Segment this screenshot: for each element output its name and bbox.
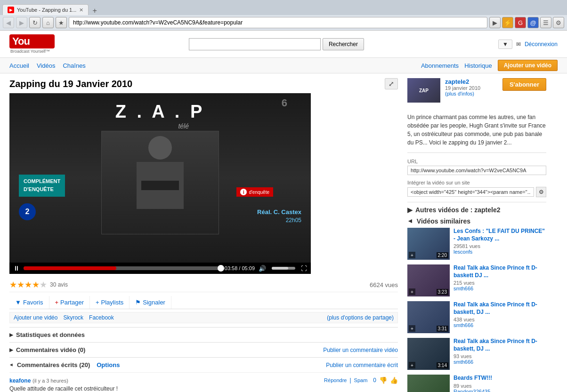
new-tab-button[interactable]: + [89, 7, 100, 15]
mail-icon[interactable]: ✉ [516, 41, 521, 48]
browser-icon-5[interactable]: ⚙ [553, 17, 564, 28]
refresh-button[interactable]: ↻ [29, 17, 40, 28]
progress-bar[interactable] [24, 266, 221, 270]
volume-bar[interactable] [272, 267, 295, 270]
related-views-3: 438 vues [454, 317, 546, 322]
tele-text: télé [178, 122, 189, 130]
spam-link[interactable]: Spam [354, 377, 368, 383]
nav-historique[interactable]: Historique [464, 62, 492, 69]
comment-author[interactable]: keafone [9, 377, 31, 384]
related-title-5[interactable]: Beards FTW!!! [454, 375, 546, 382]
related-thumb-4[interactable]: + 3:14 [407, 338, 450, 370]
play-pause-button[interactable]: ⏸ [13, 264, 20, 272]
browser-icon-3[interactable]: @ [527, 17, 539, 28]
add-to-playlist-3[interactable]: + [409, 325, 415, 332]
deconnexion-link[interactable]: Déconnexion [525, 41, 558, 48]
browser-icon-1[interactable]: ⚡ [502, 17, 513, 28]
other-videos-header[interactable]: ▶ Autres vidéos de : zaptele2 [407, 206, 546, 214]
url-input[interactable] [407, 166, 546, 175]
browser-icon-4[interactable]: ☰ [540, 17, 551, 28]
subscribe-button[interactable]: S'abonner [502, 78, 546, 91]
nav-videos[interactable]: Vidéos [37, 62, 56, 69]
forward-button[interactable]: ▶ [16, 17, 27, 28]
video-comments-toggle[interactable]: ▶ Commentaires vidéo (0) [9, 346, 85, 353]
share-ajouter[interactable]: Ajouter une vidéo [14, 314, 57, 321]
written-comments-label: Commentaires écrits (20) [17, 361, 90, 368]
volume-icon[interactable]: 🔊 [259, 265, 266, 272]
comments-options[interactable]: Options [97, 361, 120, 368]
add-to-playlist-2[interactable]: + [409, 288, 415, 295]
browser-tab[interactable]: ▶ YouTube - Zapping du 1... ✕ [2, 4, 89, 15]
add-to-playlist-1[interactable]: + [409, 252, 415, 258]
related-title-1[interactable]: Les Confs : "LE FAIT DU PRINCE" - Jean S… [454, 228, 546, 242]
time-show: 22h05 [286, 217, 301, 224]
similar-videos-header[interactable]: ▼ Vidéos similaires [407, 217, 546, 225]
logo-you: YouTube [9, 34, 55, 48]
nav-chaines[interactable]: Chaînes [63, 62, 85, 69]
embed-input[interactable] [407, 187, 534, 197]
channel-more-link[interactable]: (plus d'infos) [445, 91, 499, 96]
tab-close-button[interactable]: ✕ [79, 7, 83, 13]
nav-abonnements[interactable]: Abonnements [421, 62, 459, 69]
video-controls: ⏸ 03:58 / 05:09 🔊 ⛶ [9, 263, 311, 274]
search-input[interactable] [189, 38, 321, 50]
nav-accueil[interactable]: Accueil [9, 62, 29, 69]
favoris-button[interactable]: ▼ Favoris [9, 296, 49, 309]
back-button[interactable]: ◀ [3, 17, 14, 28]
share-skyrock[interactable]: Skyrock [63, 314, 83, 321]
add-video-button[interactable]: Ajouter une vidéo [498, 60, 558, 71]
related-thumb-2[interactable]: + 3:23 [407, 264, 450, 296]
more-share-options[interactable]: (plus d'options de partage) [327, 314, 394, 321]
expand-button[interactable]: ⤢ [385, 78, 398, 89]
user-section: ▼ ✉ Déconnexion [498, 40, 558, 49]
similar-videos-arrow: ▼ [407, 218, 414, 224]
duration-1: 2:20 [437, 252, 448, 258]
related-thumb-3[interactable]: + 3:31 [407, 301, 450, 333]
related-views-4: 93 vues [454, 353, 546, 359]
duration-2: 3:23 [437, 289, 448, 295]
fullscreen-button[interactable]: ⛶ [301, 265, 307, 272]
youtube-logo[interactable]: YouTube Broadcast Yourself™ [9, 34, 55, 54]
related-video-3: + 3:31 Real Talk aka Since Prince ft D-b… [407, 301, 546, 333]
publish-written-comment-link[interactable]: Publier un commentaire écrit [326, 362, 398, 368]
home-button[interactable]: ⌂ [42, 17, 54, 28]
time-display: 03:58 / 05:09 [225, 265, 255, 271]
channel-name[interactable]: zaptele2 [445, 78, 499, 85]
search-button[interactable]: Rechercher [323, 38, 364, 50]
add-to-playlist-4[interactable]: + [409, 362, 415, 368]
thumbup-button[interactable]: 👍 [390, 376, 398, 384]
related-thumb-1[interactable]: + 2:20 [407, 228, 450, 260]
related-title-2[interactable]: Real Talk aka Since Prince ft D-baskett … [454, 264, 546, 279]
related-title-3[interactable]: Real Talk aka Since Prince ft D-baskett,… [454, 301, 546, 316]
channel-thumbnail: ZAP [407, 78, 440, 103]
embed-settings-button[interactable]: ⚙ [536, 187, 546, 197]
browser-icon-2[interactable]: G [515, 17, 526, 28]
url-label: URL [407, 159, 546, 164]
stats-section-header[interactable]: ▶ Statistiques et données [9, 327, 398, 342]
share-facebook[interactable]: Facebook [89, 314, 114, 321]
related-thumb-5[interactable]: + 3:29 [407, 375, 450, 392]
playlists-button[interactable]: + Playlists [90, 296, 130, 309]
thumbdown-button[interactable]: 👎 [379, 376, 387, 384]
related-author-4[interactable]: smth666 [454, 359, 546, 365]
related-author-1[interactable]: lesconfs [454, 249, 546, 255]
partager-button[interactable]: + Partager [49, 296, 90, 309]
other-videos-title-text: Autres vidéos de : zaptele2 [415, 206, 501, 214]
video-title: Zapping du 19 Janvier 2010 [9, 79, 132, 89]
similar-videos-title-text: Vidéos similaires [417, 217, 470, 225]
related-author-5[interactable]: Random326435 [454, 389, 546, 392]
france2-logo: 2 [19, 203, 36, 220]
written-comments-arrow: ▼ [9, 363, 14, 368]
publish-video-comment-link[interactable]: Publier un commentaire vidéo [323, 347, 398, 353]
go-button[interactable]: ▶ [489, 17, 501, 28]
progress-fill [24, 266, 116, 270]
address-bar[interactable] [69, 17, 487, 28]
written-comments-toggle[interactable]: ▼ Commentaires écrits (20) Options [9, 361, 120, 368]
username-display[interactable]: ▼ [498, 40, 512, 49]
related-author-3[interactable]: smth666 [454, 322, 546, 328]
reply-link[interactable]: Répondre [324, 377, 347, 383]
related-author-2[interactable]: smth666 [454, 286, 546, 291]
related-title-4[interactable]: Real Talk aka Since Prince ft D-baskett,… [454, 338, 546, 352]
signaler-button[interactable]: ⚑ Signaler [130, 296, 171, 309]
star-button[interactable]: ★ [56, 17, 67, 28]
